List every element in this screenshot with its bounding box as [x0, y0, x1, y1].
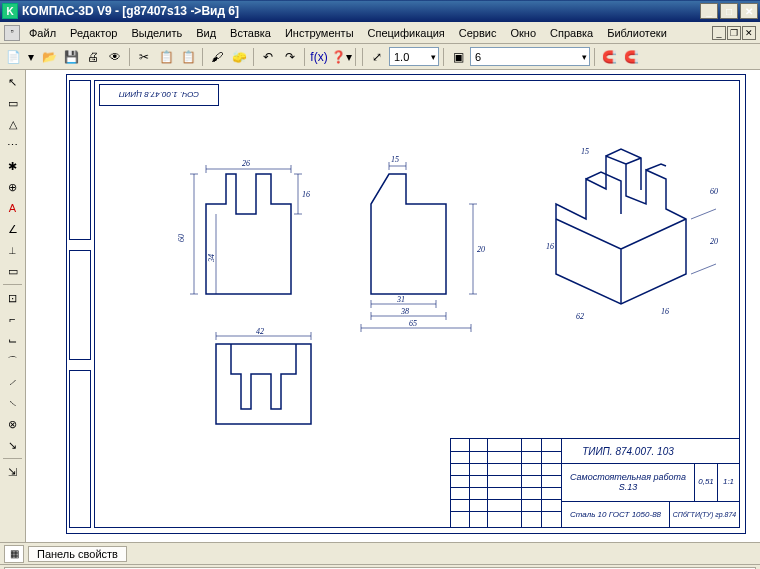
fx-button[interactable]: f(x)	[309, 47, 329, 67]
mdi-system-icon[interactable]: ▫	[4, 25, 20, 41]
dim-26: 26	[242, 159, 250, 168]
line-tool[interactable]: ⌐	[2, 309, 24, 329]
dim-16: 16	[302, 190, 310, 199]
menu-tools[interactable]: Инструменты	[278, 25, 361, 41]
dim-60: 60	[177, 234, 186, 242]
snap-off-button[interactable]: 🧲	[621, 47, 641, 67]
tb-scale: 1:1	[717, 463, 739, 501]
brush-icon: 🖌	[211, 50, 223, 64]
arrow-tool[interactable]: ↘	[2, 435, 24, 455]
menu-spec[interactable]: Спецификация	[361, 25, 452, 41]
tb-code: ТИИП. 874.007. 103	[561, 439, 694, 463]
diag1-tool[interactable]: ⟋	[2, 372, 24, 392]
scale-combo[interactable]: 1.0	[389, 47, 439, 66]
rect-tool[interactable]: ▭	[2, 93, 24, 113]
panel-label[interactable]: Панель свойств	[28, 546, 127, 562]
mdi-minimize-button[interactable]: _	[712, 26, 726, 40]
reverse-stamp: СОЧ. 1.00.47.8 ЦИИП	[99, 84, 219, 106]
erase-button[interactable]: 🧽	[229, 47, 249, 67]
scissors-icon: ✂	[139, 50, 149, 64]
menu-insert[interactable]: Вставка	[223, 25, 278, 41]
paste-button[interactable]: 📋	[178, 47, 198, 67]
mdi-restore-button[interactable]: ❐	[727, 26, 741, 40]
circle-tool[interactable]: ⊕	[2, 177, 24, 197]
cursor-tool[interactable]: ↖	[2, 72, 24, 92]
menu-help[interactable]: Справка	[543, 25, 600, 41]
dim-iso-15: 15	[581, 147, 589, 156]
separator	[362, 48, 363, 66]
dim-65: 65	[409, 319, 417, 328]
scale-value: 1.0	[394, 51, 409, 63]
scale-fit-button[interactable]: ⤢	[367, 47, 387, 67]
arc-icon: ⌒	[7, 354, 18, 369]
dim-42: 42	[256, 327, 264, 336]
dots-icon: ⋯	[7, 139, 18, 152]
diag2-icon: ⟍	[7, 397, 18, 409]
top-view: 42	[196, 324, 346, 444]
menu-service[interactable]: Сервис	[452, 25, 504, 41]
dim-iso-16b: 16	[661, 307, 669, 316]
print-button[interactable]: 🖨	[83, 47, 103, 67]
drawing-sheet: СОЧ. 1.00.47.8 ЦИИП 26 16 60 34 15 31	[66, 74, 746, 534]
document-icon: 📄	[6, 50, 21, 64]
panel-icon-button[interactable]: ▦	[4, 545, 24, 563]
new-dropdown-button[interactable]: ▾	[25, 47, 37, 67]
box-icon: ▭	[8, 265, 18, 278]
diag-icon: ⟋	[7, 376, 18, 388]
menu-window[interactable]: Окно	[503, 25, 543, 41]
state-button[interactable]: ▣	[448, 47, 468, 67]
minimize-button[interactable]: _	[700, 3, 718, 19]
star-tool[interactable]: ✱	[2, 156, 24, 176]
menu-view[interactable]: Вид	[189, 25, 223, 41]
diag2-tool[interactable]: ⟍	[2, 393, 24, 413]
tb-mass: 0,51	[694, 463, 717, 501]
rect-icon: ▭	[8, 97, 18, 110]
tb-material: Сталь 10 ГОСТ 1050-88	[561, 501, 669, 528]
eye-icon: 👁	[109, 50, 121, 64]
open-button[interactable]: 📂	[39, 47, 59, 67]
printer-icon: 🖨	[87, 50, 99, 64]
move-tool[interactable]: ⇲	[2, 462, 24, 482]
menu-edit[interactable]: Редактор	[63, 25, 124, 41]
paste-icon: 📋	[181, 50, 196, 64]
copy-button[interactable]: 📋	[156, 47, 176, 67]
snap-on-button[interactable]: 🧲	[599, 47, 619, 67]
toolbar: 📄 ▾ 📂 💾 🖨 👁 ✂ 📋 📋 🖌 🧽 ↶ ↷ f(x) ❓▾ ⤢ 1.0 …	[0, 44, 760, 70]
box-tool[interactable]: ▭	[2, 261, 24, 281]
state-combo[interactable]: 6	[470, 47, 590, 66]
property-panel-bar: ▦ Панель свойств	[0, 542, 760, 564]
isometric-view: 20 60 15 16 62 16	[526, 124, 736, 334]
maximize-button[interactable]: □	[720, 3, 738, 19]
circlex-tool[interactable]: ⊗	[2, 414, 24, 434]
window-title: КОМПАС-3D V9 - [g87407s13 ->Вид 6]	[22, 4, 700, 18]
close-button[interactable]: ✕	[740, 3, 758, 19]
dim-31: 31	[396, 295, 405, 304]
preview-button[interactable]: 👁	[105, 47, 125, 67]
cut-button[interactable]: ✂	[134, 47, 154, 67]
redo-button[interactable]: ↷	[280, 47, 300, 67]
menu-file[interactable]: Файл	[22, 25, 63, 41]
help-cursor-button[interactable]: ❓▾	[331, 47, 351, 67]
angle-tool[interactable]: ∠	[2, 219, 24, 239]
separator	[443, 48, 444, 66]
undo-button[interactable]: ↶	[258, 47, 278, 67]
points-tool[interactable]: ⋯	[2, 135, 24, 155]
text-tool[interactable]: A	[2, 198, 24, 218]
brush-button[interactable]: 🖌	[207, 47, 227, 67]
separator	[304, 48, 305, 66]
mdi-close-button[interactable]: ✕	[742, 26, 756, 40]
separator	[253, 48, 254, 66]
new-button[interactable]: 📄	[3, 47, 23, 67]
menu-select[interactable]: Выделить	[124, 25, 189, 41]
tri-tool[interactable]: △	[2, 114, 24, 134]
dim-iso-16: 16	[546, 242, 554, 251]
polyline-tool[interactable]: ⌙	[2, 330, 24, 350]
arc-tool[interactable]: ⌒	[2, 351, 24, 371]
magnet-icon: 🧲	[602, 50, 617, 64]
arrow-icon: ↘	[8, 439, 17, 452]
drawing-canvas[interactable]: СОЧ. 1.00.47.8 ЦИИП 26 16 60 34 15 31	[26, 70, 760, 542]
menu-libraries[interactable]: Библиотеки	[600, 25, 674, 41]
point-tool[interactable]: ⊡	[2, 288, 24, 308]
save-button[interactable]: 💾	[61, 47, 81, 67]
perp-tool[interactable]: ⟂	[2, 240, 24, 260]
